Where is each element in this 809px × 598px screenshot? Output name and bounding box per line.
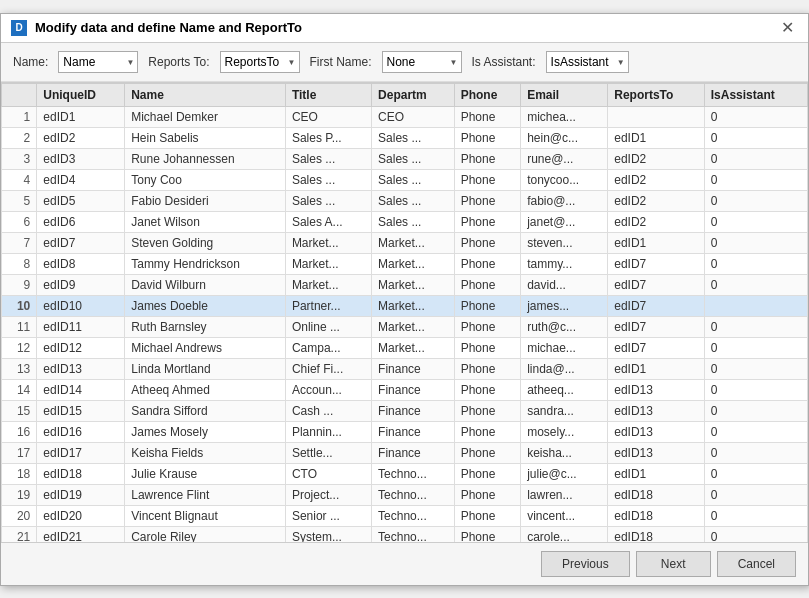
table-cell: Carole Riley [125,526,286,542]
table-cell: atheeq... [521,379,608,400]
table-cell: 20 [2,505,37,526]
table-cell: Techno... [372,463,455,484]
table-row[interactable]: 11edID11Ruth BarnsleyOnline ...Market...… [2,316,808,337]
next-button[interactable]: Next [636,551,711,577]
table-cell: edID18 [608,505,705,526]
table-row[interactable]: 10edID10James DoeblePartner...Market...P… [2,295,808,316]
is-assistant-select-wrapper: IsAssistant None True [546,51,629,73]
table-cell: tammy... [521,253,608,274]
table-cell: Linda Mortland [125,358,286,379]
is-assistant-select[interactable]: IsAssistant None True [546,51,629,73]
table-cell: Partner... [285,295,371,316]
first-name-label: First Name: [310,55,372,69]
table-cell: fabio@... [521,190,608,211]
table-cell: Techno... [372,484,455,505]
table-row[interactable]: 20edID20Vincent BlignautSenior ...Techno… [2,505,808,526]
table-cell: edID7 [608,253,705,274]
table-cell: 4 [2,169,37,190]
table-cell: edID1 [608,127,705,148]
table-row[interactable]: 1edID1Michael DemkerCEOCEOPhonemichea...… [2,106,808,127]
table-row[interactable]: 13edID13Linda MortlandChief Fi...Finance… [2,358,808,379]
table-cell: vincent... [521,505,608,526]
table-cell: Tammy Hendrickson [125,253,286,274]
table-cell: Vincent Blignaut [125,505,286,526]
table-row[interactable]: 14edID14Atheeq AhmedAccoun...FinancePhon… [2,379,808,400]
table-cell: rune@... [521,148,608,169]
close-button[interactable]: ✕ [777,20,798,36]
table-row[interactable]: 12edID12Michael AndrewsCampa...Market...… [2,337,808,358]
table-row[interactable]: 8edID8Tammy HendricksonMarket...Market..… [2,253,808,274]
table-row[interactable]: 4edID4Tony CooSales ...Sales ...Phoneton… [2,169,808,190]
table-cell: Phone [454,484,521,505]
table-row[interactable]: 17edID17Keisha FieldsSettle...FinancePho… [2,442,808,463]
table-cell: 7 [2,232,37,253]
table-cell: Phone [454,106,521,127]
table-cell: Plannin... [285,421,371,442]
table-cell: Fabio Desideri [125,190,286,211]
table-cell: Phone [454,274,521,295]
table-cell: Market... [372,232,455,253]
table-cell: julie@c... [521,463,608,484]
table-row[interactable]: 5edID5Fabio DesideriSales ...Sales ...Ph… [2,190,808,211]
table-row[interactable]: 7edID7Steven GoldingMarket...Market...Ph… [2,232,808,253]
name-select-wrapper: Name UniqueID Title [58,51,138,73]
table-cell: Phone [454,463,521,484]
table-cell: CTO [285,463,371,484]
table-cell: Sales ... [285,190,371,211]
table-cell: 19 [2,484,37,505]
table-cell: Phone [454,295,521,316]
data-table: UniqueID Name Title Departm Phone Email … [1,83,808,542]
table-cell: 5 [2,190,37,211]
table-cell: 10 [2,295,37,316]
table-cell: edID12 [37,337,125,358]
table-row[interactable]: 19edID19Lawrence FlintProject...Techno..… [2,484,808,505]
table-cell: 11 [2,316,37,337]
table-cell: Phone [454,358,521,379]
table-cell: edID7 [37,232,125,253]
table-cell: James Doeble [125,295,286,316]
table-cell: ruth@c... [521,316,608,337]
table-cell: Techno... [372,526,455,542]
table-cell: Phone [454,442,521,463]
table-row[interactable]: 21edID21Carole RileySystem...Techno...Ph… [2,526,808,542]
table-row[interactable]: 2edID2Hein SabelisSales P...Sales ...Pho… [2,127,808,148]
table-cell: Rune Johannessen [125,148,286,169]
table-cell: 17 [2,442,37,463]
name-select[interactable]: Name UniqueID Title [58,51,138,73]
table-cell: System... [285,526,371,542]
table-cell: lawren... [521,484,608,505]
table-cell: keisha... [521,442,608,463]
toolbar: Name: Name UniqueID Title Reports To: Re… [1,43,808,82]
table-cell: michea... [521,106,608,127]
table-row[interactable]: 6edID6Janet WilsonSales A...Sales ...Pho… [2,211,808,232]
table-cell: Market... [372,253,455,274]
table-cell: edID13 [608,442,705,463]
table-cell: Finance [372,421,455,442]
col-department: Departm [372,83,455,106]
table-cell: CEO [372,106,455,127]
table-cell: Settle... [285,442,371,463]
table-cell: Phone [454,316,521,337]
table-cell: 0 [704,484,807,505]
table-header-row: UniqueID Name Title Departm Phone Email … [2,83,808,106]
previous-button[interactable]: Previous [541,551,630,577]
table-row[interactable]: 3edID3Rune JohannessenSales ...Sales ...… [2,148,808,169]
table-cell: edID2 [37,127,125,148]
reports-to-select[interactable]: ReportsTo None UniqueID [220,51,300,73]
table-row[interactable]: 16edID16James MoselyPlannin...FinancePho… [2,421,808,442]
table-cell: Phone [454,127,521,148]
table-cell: 18 [2,463,37,484]
cancel-button[interactable]: Cancel [717,551,796,577]
name-label: Name: [13,55,48,69]
table-cell: edID10 [37,295,125,316]
table-row[interactable]: 18edID18Julie KrauseCTOTechno...Phonejul… [2,463,808,484]
table-row[interactable]: 15edID15Sandra SiffordCash ...FinancePho… [2,400,808,421]
table-cell: Atheeq Ahmed [125,379,286,400]
table-cell: 0 [704,274,807,295]
table-cell: 0 [704,337,807,358]
table-row[interactable]: 9edID9David WilburnMarket...Market...Pho… [2,274,808,295]
first-name-select[interactable]: None Name UniqueID [382,51,462,73]
table-cell: 0 [704,232,807,253]
table-cell: Phone [454,526,521,542]
table-cell: edID3 [37,148,125,169]
